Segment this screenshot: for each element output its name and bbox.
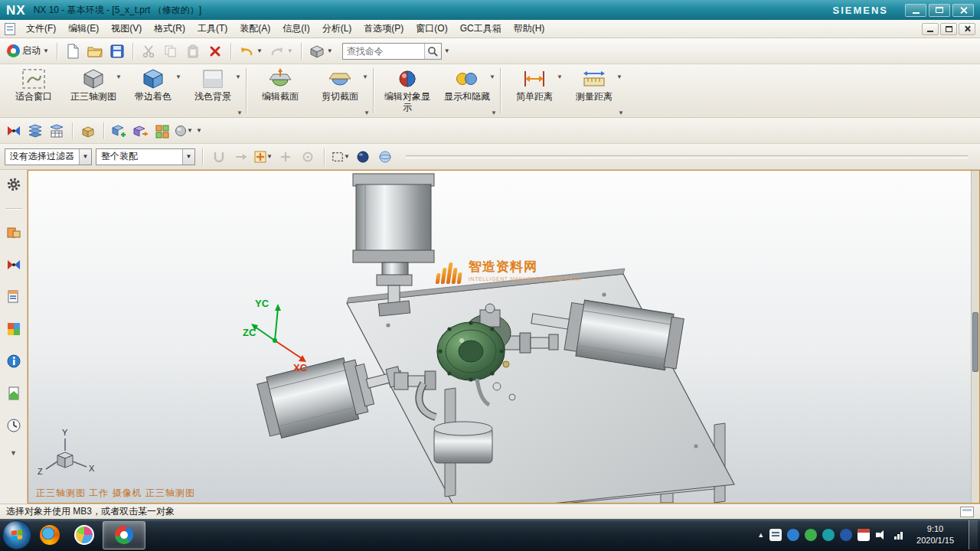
menu-assemblies[interactable]: 装配(A) <box>234 20 276 37</box>
undo-button[interactable]: ▼ <box>237 41 265 61</box>
menu-information[interactable]: 信息(I) <box>276 20 315 37</box>
help-doc-icon[interactable] <box>4 383 24 403</box>
nx-taskbar-button[interactable] <box>103 521 145 549</box>
menu-gc-toolbox[interactable]: GC工具箱 <box>454 20 508 37</box>
wave-geometry-button[interactable] <box>26 122 44 140</box>
cut-button[interactable] <box>139 41 158 61</box>
browser-tray-icon[interactable] <box>840 529 852 541</box>
taskbar-clock[interactable]: 9:10 2020/1/15 <box>910 523 960 546</box>
layers-palette-icon[interactable] <box>4 319 24 339</box>
child-restore-button[interactable] <box>940 23 957 35</box>
trimetric-view-button[interactable]: 正三轴测图 ▼ <box>64 64 123 117</box>
find-command-button[interactable] <box>424 44 441 59</box>
wcs-triad[interactable]: YC ZC XC <box>243 298 308 373</box>
show-hide-button[interactable]: 显示和隐藏 ▼ <box>437 64 497 117</box>
marquee-select-button[interactable]: ▼ <box>332 148 350 166</box>
scrollbar-thumb[interactable] <box>972 312 978 372</box>
menu-analysis[interactable]: 分析(L) <box>316 20 358 37</box>
network-icon[interactable] <box>893 529 905 541</box>
close-button[interactable] <box>952 4 974 17</box>
menu-file[interactable]: 文件(F) <box>20 20 62 37</box>
snap-plus-button[interactable] <box>276 148 295 166</box>
calendar-tray-icon[interactable] <box>858 529 870 541</box>
shaded-sphere-button[interactable] <box>354 148 372 166</box>
chevron-down-icon[interactable]: ▼ <box>362 73 368 80</box>
info-icon[interactable] <box>4 351 24 371</box>
point-dialog-button[interactable]: ▼ <box>254 148 273 166</box>
selection-filter-dropdown[interactable]: 没有选择过滤器 ▼ <box>5 148 92 165</box>
new-file-button[interactable] <box>63 41 83 61</box>
add-component-button[interactable] <box>110 122 129 140</box>
menu-help[interactable]: 帮助(H) <box>508 20 551 37</box>
graphics-area[interactable]: YC ZC XC Y X Z <box>28 170 980 504</box>
menu-format[interactable]: 格式(R) <box>148 20 191 37</box>
roles-gear-icon[interactable] <box>4 174 24 194</box>
view-orientation-button[interactable]: ▼ <box>307 41 335 61</box>
menu-tools[interactable]: 工具(T) <box>191 20 234 37</box>
open-file-button[interactable] <box>85 41 105 61</box>
chevron-down-icon[interactable]: ▼ <box>616 73 622 80</box>
child-close-button[interactable] <box>959 23 975 35</box>
snap-arrows-button[interactable] <box>232 148 250 166</box>
edit-section-button[interactable]: 编辑截面 <box>250 64 310 117</box>
gallery-expand-icon[interactable]: ▼ <box>364 109 370 116</box>
gallery-expand-icon[interactable]: ▼ <box>618 109 624 116</box>
ime-indicator-icon[interactable] <box>769 529 782 541</box>
snap-target-button[interactable] <box>299 148 317 166</box>
hidden-icons-chevron[interactable]: ▲ <box>757 531 764 539</box>
start-button[interactable] <box>2 520 31 549</box>
pattern-component-button[interactable] <box>153 122 172 140</box>
assembly-constraints-button[interactable] <box>5 122 23 140</box>
paste-button[interactable] <box>183 41 203 61</box>
redo-button[interactable]: ▼ <box>267 41 296 61</box>
open-component-button[interactable] <box>79 122 97 140</box>
assembly-navigator-icon[interactable] <box>4 223 24 243</box>
copy-button[interactable] <box>161 41 181 61</box>
start-menu-button[interactable]: 启动 ▼ <box>5 41 51 61</box>
menu-window[interactable]: 窗口(O) <box>410 20 453 37</box>
gallery-expand-icon[interactable]: ▼ <box>491 109 497 116</box>
chevron-down-icon[interactable]: ▼ <box>235 73 241 80</box>
selection-scope-dropdown[interactable]: 整个装配 ▼ <box>96 148 195 165</box>
chevron-down-icon[interactable]: ▼ <box>175 73 181 80</box>
menu-preferences[interactable]: 首选项(P) <box>358 20 410 37</box>
toolbar-overflow-icon[interactable]: ▼ <box>196 128 202 134</box>
firefox-taskbar-button[interactable] <box>34 520 66 549</box>
delete-button[interactable] <box>205 41 225 61</box>
show-desktop-button[interactable] <box>969 520 978 549</box>
measure-distance-button[interactable]: 测量距离 ▼ <box>564 64 624 117</box>
minimize-button[interactable] <box>905 4 926 17</box>
menu-view[interactable]: 视图(V) <box>105 20 148 37</box>
chevron-down-icon[interactable]: ▼ <box>116 73 122 80</box>
constraint-navigator-icon[interactable] <box>4 255 24 275</box>
shaded-with-edges-button[interactable]: 带边着色 ▼ <box>123 64 183 117</box>
messenger-tray-icon[interactable] <box>787 529 799 541</box>
antivirus-tray-icon[interactable] <box>805 529 817 541</box>
sidebar-more-chevron[interactable]: ▼ <box>10 449 17 457</box>
menu-edit[interactable]: 编辑(E) <box>62 20 105 37</box>
chevron-down-icon[interactable]: ▼ <box>444 48 450 54</box>
model-canvas[interactable]: YC ZC XC Y X Z <box>28 171 979 503</box>
constraint-gallery-button[interactable]: ▼ <box>175 122 193 140</box>
chevron-down-icon[interactable]: ▼ <box>489 73 495 80</box>
find-command-input[interactable] <box>343 46 424 57</box>
child-minimize-button[interactable] <box>922 23 939 35</box>
wireframe-sphere-button[interactable] <box>376 148 394 166</box>
fit-window-button[interactable]: 适合窗口 <box>4 64 64 117</box>
volume-icon[interactable] <box>875 529 887 541</box>
restore-button[interactable] <box>929 4 950 17</box>
app-taskbar-button[interactable] <box>68 520 100 549</box>
viewport-scrollbar[interactable] <box>971 171 979 503</box>
statusbar-window-icon[interactable] <box>960 507 974 517</box>
save-button[interactable] <box>107 41 127 61</box>
part-navigator-icon[interactable] <box>4 287 24 307</box>
cloud-tray-icon[interactable] <box>822 529 835 541</box>
light-background-button[interactable]: 浅色背景 ▼ <box>183 64 243 117</box>
move-component-button[interactable] <box>132 122 150 140</box>
snap-point-button[interactable] <box>210 148 228 166</box>
history-clock-icon[interactable] <box>4 416 24 435</box>
chevron-down-icon[interactable]: ▼ <box>557 73 563 80</box>
simple-distance-button[interactable]: 简单距离 ▼ <box>505 64 564 117</box>
part-document-icon[interactable] <box>5 23 15 35</box>
assembly-sequence-button[interactable] <box>47 122 66 140</box>
